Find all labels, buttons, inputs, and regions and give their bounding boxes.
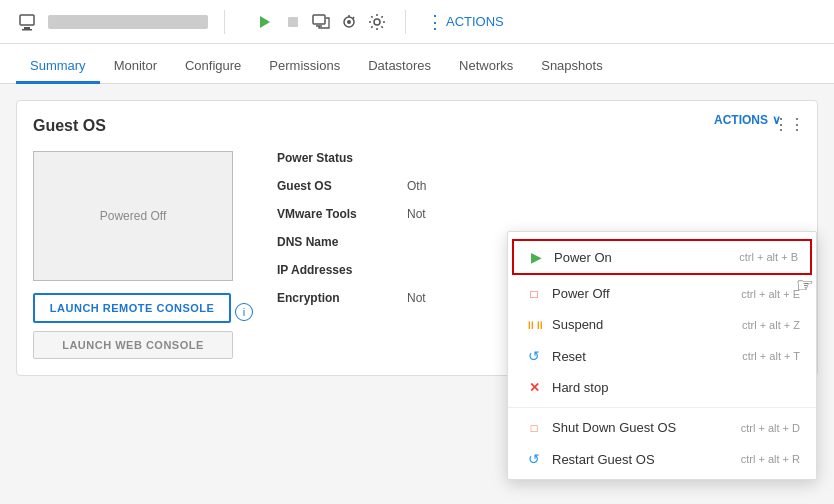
dropdown-item-shortcut: ctrl + alt + B — [739, 251, 798, 263]
guest-os-card: Guest OS ACTIONS ∨ ⋮⋮ Powered Off LAUNCH… — [16, 100, 818, 376]
svg-point-11 — [374, 19, 380, 25]
actions-toolbar-label: ACTIONS — [446, 14, 504, 29]
dropdown-item-label: Reset — [552, 349, 742, 364]
tab-monitor[interactable]: Monitor — [100, 50, 171, 84]
svg-rect-2 — [22, 29, 32, 31]
suspend-icon: ⏸⏸ — [524, 319, 544, 331]
tab-permissions[interactable]: Permissions — [255, 50, 354, 84]
card-title: Guest OS — [33, 117, 801, 135]
power-actions-dropdown: ▶ Power On ctrl + alt + B ☞ □ Power Off … — [507, 231, 817, 480]
card-actions-button[interactable]: ACTIONS ∨ — [714, 113, 781, 127]
launch-web-console-button[interactable]: LAUNCH WEB CONSOLE — [33, 331, 233, 359]
detail-label: Guest OS — [277, 179, 407, 193]
tab-summary[interactable]: Summary — [16, 50, 100, 84]
reset-icon: ↺ — [524, 348, 544, 364]
play-toolbar-icon[interactable] — [253, 10, 277, 34]
vm-preview-panel: Powered Off LAUNCH REMOTE CONSOLE i LAUN… — [33, 151, 253, 359]
detail-value: Oth — [407, 179, 426, 193]
dropdown-divider — [508, 407, 816, 408]
snapshot-toolbar-icon[interactable] — [337, 10, 361, 34]
hard-stop-icon: ✕ — [524, 380, 544, 395]
svg-rect-1 — [24, 27, 30, 29]
tab-datastores[interactable]: Datastores — [354, 50, 445, 84]
detail-value: Not — [407, 207, 426, 221]
dropdown-item-power-on[interactable]: ▶ Power On ctrl + alt + B ☞ — [512, 239, 812, 275]
detail-label: IP Addresses — [277, 263, 407, 277]
detail-value: Not — [407, 291, 426, 305]
settings-toolbar-icon[interactable] — [365, 10, 389, 34]
detail-label: DNS Name — [277, 235, 407, 249]
dropdown-item-shortcut: ctrl + alt + E — [741, 288, 800, 300]
stop-toolbar-icon[interactable] — [281, 10, 305, 34]
power-on-icon: ▶ — [526, 249, 546, 265]
svg-line-10 — [353, 17, 354, 19]
dropdown-item-label: Hard stop — [552, 380, 800, 395]
svg-point-8 — [347, 20, 351, 24]
vm-screen-text: Powered Off — [100, 209, 166, 223]
vm-thumbnail-icon — [16, 10, 40, 34]
dropdown-item-label: Shut Down Guest OS — [552, 420, 741, 435]
dropdown-item-restart-guest[interactable]: ↺ Restart Guest OS ctrl + alt + R — [508, 443, 816, 475]
toolbar: ⋮ ACTIONS — [0, 0, 834, 44]
dropdown-item-label: Power On — [554, 250, 739, 265]
dropdown-item-shutdown-guest[interactable]: □ Shut Down Guest OS ctrl + alt + D — [508, 412, 816, 443]
shutdown-guest-icon: □ — [524, 422, 544, 434]
launch-remote-row: LAUNCH REMOTE CONSOLE i — [33, 293, 253, 331]
actions-toolbar-button[interactable]: ⋮ ACTIONS — [426, 11, 504, 33]
nav-tabs: Summary Monitor Configure Permissions Da… — [0, 44, 834, 84]
main-content: Guest OS ACTIONS ∨ ⋮⋮ Powered Off LAUNCH… — [0, 84, 834, 504]
detail-power-status: Power Status — [277, 151, 801, 165]
dropdown-item-label: Suspend — [552, 317, 742, 332]
dropdown-item-hard-stop[interactable]: ✕ Hard stop — [508, 372, 816, 403]
dropdown-item-power-off[interactable]: □ Power Off ctrl + alt + E — [508, 278, 816, 309]
vm-name — [48, 15, 208, 29]
tab-networks[interactable]: Networks — [445, 50, 527, 84]
launch-remote-console-button[interactable]: LAUNCH REMOTE CONSOLE — [33, 293, 231, 323]
detail-label: Power Status — [277, 151, 407, 165]
restart-guest-icon: ↺ — [524, 451, 544, 467]
dropdown-item-reset[interactable]: ↺ Reset ctrl + alt + T — [508, 340, 816, 372]
svg-marker-3 — [260, 16, 270, 28]
dropdown-item-shortcut: ctrl + alt + D — [741, 422, 800, 434]
detail-vmware-tools: VMware Tools Not — [277, 207, 801, 221]
svg-rect-0 — [20, 15, 34, 25]
dropdown-item-label: Power Off — [552, 286, 741, 301]
info-icon[interactable]: i — [235, 303, 253, 321]
dropdown-item-shortcut: ctrl + alt + Z — [742, 319, 800, 331]
detail-label: Encryption — [277, 291, 407, 305]
power-off-icon: □ — [524, 287, 544, 301]
dots-icon: ⋮ — [426, 11, 442, 33]
detail-guest-os: Guest OS Oth — [277, 179, 801, 193]
svg-rect-5 — [313, 15, 325, 24]
vm-screen: Powered Off — [33, 151, 233, 281]
separator2 — [405, 10, 406, 34]
remote-console-toolbar-icon[interactable] — [309, 10, 333, 34]
tab-snapshots[interactable]: Snapshots — [527, 50, 616, 84]
card-actions-label: ACTIONS — [714, 113, 768, 127]
separator — [224, 10, 225, 34]
detail-label: VMware Tools — [277, 207, 407, 221]
dropdown-item-suspend[interactable]: ⏸⏸ Suspend ctrl + alt + Z — [508, 309, 816, 340]
dropdown-item-shortcut: ctrl + alt + T — [742, 350, 800, 362]
dropdown-item-label: Restart Guest OS — [552, 452, 741, 467]
dropdown-item-shortcut: ctrl + alt + R — [741, 453, 800, 465]
svg-rect-4 — [288, 17, 298, 27]
vm-action-icons — [253, 10, 389, 34]
card-grid-icon[interactable]: ⋮⋮ — [773, 115, 805, 134]
tab-configure[interactable]: Configure — [171, 50, 255, 84]
